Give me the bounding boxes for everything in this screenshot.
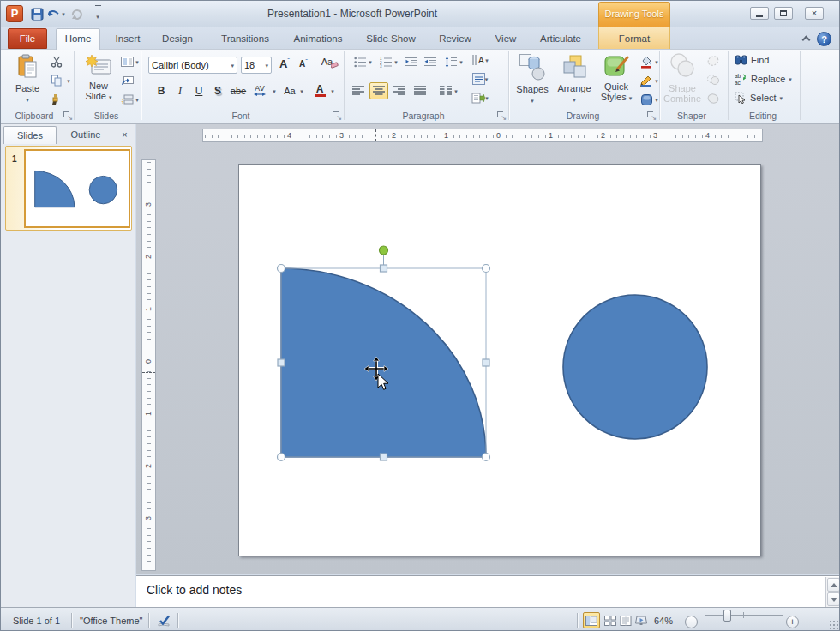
zoom-level[interactable]: 64% — [654, 616, 673, 626]
notes-scrollbar[interactable] — [825, 577, 840, 607]
underline-button[interactable]: U — [189, 82, 208, 99]
clipboard-dialog-launcher[interactable] — [63, 111, 72, 120]
shape-combine-button[interactable]: Shape Combine — [663, 51, 702, 110]
change-case-dropdown[interactable]: ▾ — [297, 82, 306, 99]
text-direction-button[interactable]: A ▾ — [469, 51, 491, 69]
font-size-combobox[interactable]: 18▾ — [241, 57, 272, 74]
powerpoint-logo-icon[interactable]: P — [6, 5, 23, 22]
decrease-indent-button[interactable] — [402, 53, 421, 70]
theme-name[interactable]: "Office Theme" — [80, 616, 142, 626]
drawing-dialog-launcher[interactable] — [646, 111, 656, 120]
customize-qat-button[interactable]: ▾ — [90, 6, 105, 21]
copy-dropdown[interactable]: ▾ — [64, 72, 73, 89]
zoom-out-button[interactable]: − — [685, 616, 698, 628]
redo-button[interactable] — [69, 6, 85, 21]
view-slide-sorter-button[interactable] — [602, 612, 619, 628]
shrink-font-button[interactable]: Aˇ — [294, 55, 313, 72]
minimize-button[interactable] — [750, 7, 769, 20]
shape-op-subtract-button[interactable] — [704, 90, 723, 107]
resize-handle-e[interactable] — [483, 359, 489, 366]
vertical-ruler[interactable]: 3210123 — [141, 159, 156, 571]
resize-handle-ne[interactable] — [483, 265, 490, 273]
tab-slides-pane[interactable]: Slides — [3, 126, 57, 144]
find-button[interactable]: Find — [735, 54, 769, 65]
shape-op-union-button[interactable] — [704, 52, 723, 69]
notes-placeholder[interactable]: Click to add notes — [147, 583, 242, 597]
zoom-in-button[interactable]: + — [786, 616, 799, 628]
resize-handle-w[interactable] — [278, 359, 285, 366]
bullets-dropdown[interactable]: ▾ — [366, 53, 375, 70]
align-left-button[interactable] — [349, 82, 368, 99]
paragraph-dialog-launcher[interactable] — [496, 111, 506, 120]
italic-button[interactable]: I — [171, 82, 189, 99]
align-center-button[interactable] — [369, 82, 388, 99]
clear-formatting-button[interactable]: Aa — [320, 53, 340, 70]
rotation-handle[interactable] — [380, 246, 388, 255]
view-normal-button[interactable] — [583, 612, 600, 628]
horizontal-ruler[interactable]: 432101234 — [202, 129, 763, 142]
tab-animations[interactable]: Animations — [284, 29, 352, 49]
align-text-button[interactable]: ▾ — [469, 70, 491, 87]
slide-thumbnail-row[interactable]: 1 — [5, 146, 132, 231]
format-painter-button[interactable] — [47, 91, 66, 108]
change-case-button[interactable]: Aa — [280, 82, 299, 99]
tab-outline-pane[interactable]: Outline — [58, 126, 113, 144]
justify-button[interactable] — [411, 82, 429, 99]
copy-button[interactable] — [47, 72, 66, 89]
reset-slide-button[interactable] — [117, 72, 136, 89]
notes-pane[interactable]: Click to add notes — [136, 575, 840, 607]
tab-review[interactable]: Review — [433, 29, 477, 49]
collapse-ribbon-button[interactable] — [801, 35, 811, 42]
columns-dropdown[interactable]: ▾ — [452, 82, 460, 99]
save-button[interactable] — [29, 6, 45, 21]
resize-grip[interactable] — [829, 620, 839, 630]
tab-insert[interactable]: Insert — [107, 29, 148, 49]
view-reading-button[interactable] — [617, 612, 634, 628]
grow-font-button[interactable]: Aˆ — [275, 55, 294, 72]
paste-button[interactable]: Paste ▾ — [9, 51, 45, 110]
font-color-dropdown[interactable]: ▾ — [328, 82, 337, 99]
undo-dropdown[interactable]: ▾ — [59, 6, 68, 21]
resize-handle-sw[interactable] — [278, 454, 285, 461]
font-dialog-launcher[interactable] — [332, 111, 341, 120]
view-slideshow-button[interactable] — [633, 612, 650, 628]
character-spacing-button[interactable]: AV — [249, 82, 270, 99]
resize-handle-s[interactable] — [381, 454, 387, 460]
text-shadow-button[interactable]: S — [208, 82, 227, 99]
zoom-slider-track[interactable] — [705, 615, 783, 616]
scroll-down-button[interactable] — [827, 592, 840, 606]
replace-button[interactable]: ab ac Replace▾ — [735, 73, 792, 85]
tab-articulate[interactable]: Articulate — [532, 29, 589, 49]
resize-handle-nw[interactable] — [278, 265, 285, 273]
font-color-button[interactable]: A — [311, 82, 328, 99]
arrange-button[interactable]: Arrange ▾ — [553, 51, 596, 110]
zoom-slider-thumb[interactable] — [723, 610, 731, 622]
shape-op-intersect-button[interactable] — [704, 71, 723, 88]
scroll-up-button[interactable] — [827, 578, 840, 592]
tab-transitions[interactable]: Transitions — [212, 29, 279, 49]
line-spacing-dropdown[interactable]: ▾ — [457, 53, 465, 70]
cut-button[interactable] — [47, 53, 66, 70]
bold-button[interactable]: B — [152, 82, 171, 99]
restore-button[interactable] — [774, 7, 793, 20]
spellcheck-indicator[interactable] — [155, 612, 172, 628]
select-button[interactable]: Select▾ — [735, 92, 783, 104]
tab-home[interactable]: Home — [56, 28, 100, 50]
tab-view[interactable]: View — [487, 29, 525, 49]
align-right-button[interactable] — [390, 82, 409, 99]
convert-smartart-button[interactable]: ▾ — [469, 89, 491, 106]
new-slide-button[interactable]: New Slide ▾ — [80, 51, 117, 110]
tab-file[interactable]: File — [8, 28, 47, 49]
increase-indent-button[interactable] — [421, 53, 440, 70]
drawing-tools-header[interactable]: Drawing Tools — [598, 2, 670, 27]
char-spacing-dropdown[interactable]: ▾ — [270, 82, 279, 99]
tab-slide-show[interactable]: Slide Show — [357, 29, 425, 49]
tab-format[interactable]: Format — [598, 29, 670, 49]
slide-thumbnail[interactable] — [24, 149, 130, 228]
close-pane-icon[interactable]: × — [118, 129, 131, 141]
close-button[interactable]: × — [805, 7, 824, 20]
shapes-button[interactable]: Shapes ▾ — [513, 51, 551, 110]
quick-styles-button[interactable]: Quick Styles ▾ — [597, 51, 635, 110]
oval-shape[interactable] — [563, 295, 707, 439]
font-family-combobox[interactable]: Calibri (Body)▾ — [148, 57, 237, 74]
